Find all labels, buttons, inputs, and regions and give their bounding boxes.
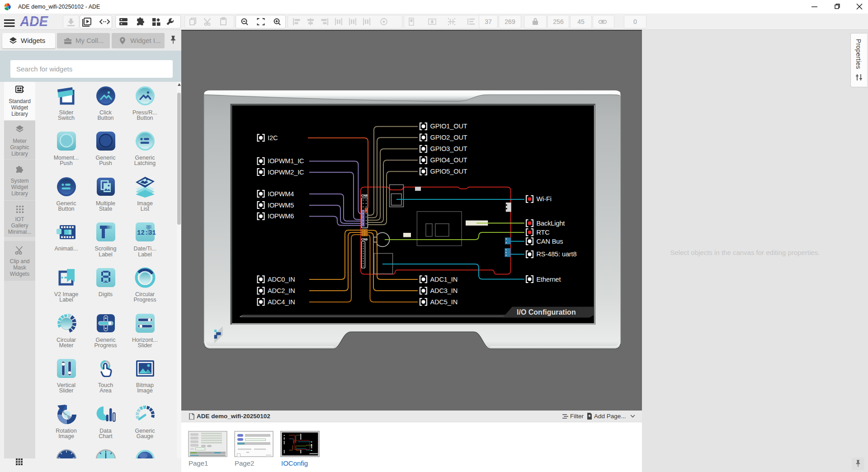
svg-text:I2C: I2C: [268, 134, 278, 142]
svg-text:ADC4_IN: ADC4_IN: [268, 298, 295, 306]
svg-text:IOPWM5: IOPWM5: [268, 202, 294, 209]
svg-text:IOPWM2_IC: IOPWM2_IC: [268, 169, 304, 176]
svg-text:ADC3_IN: ADC3_IN: [430, 287, 458, 294]
svg-text:CAN Bus: CAN Bus: [537, 238, 563, 245]
svg-text:I/O Configuration: I/O Configuration: [517, 308, 576, 316]
svg-text:IOPWM4: IOPWM4: [268, 190, 294, 198]
svg-text:RTC: RTC: [537, 229, 550, 236]
svg-text:GPIO2_OUT: GPIO2_OUT: [430, 134, 467, 141]
svg-text:GPIO3_OUT: GPIO3_OUT: [430, 145, 467, 152]
svg-text:GPIO1_OUT: GPIO1_OUT: [430, 123, 467, 130]
svg-text:IOPWM1_IC: IOPWM1_IC: [268, 157, 304, 165]
svg-text:IOPWM6: IOPWM6: [268, 212, 294, 220]
svg-text:RS-485: uart8: RS-485: uart8: [537, 251, 577, 258]
svg-text:BackLight: BackLight: [537, 220, 565, 227]
svg-text:CN8: CN8: [361, 194, 368, 197]
svg-text:CN9: CN9: [361, 238, 368, 241]
svg-text:GPIO5_OUT: GPIO5_OUT: [430, 168, 467, 175]
svg-text:12:31: 12:31: [137, 229, 156, 236]
svg-text:ADC2_IN: ADC2_IN: [268, 287, 295, 294]
svg-text:GPIO4_OUT: GPIO4_OUT: [430, 156, 467, 164]
svg-text:ADC5_IN: ADC5_IN: [430, 298, 458, 306]
svg-text:Wi-Fi: Wi-Fi: [537, 195, 552, 203]
svg-text:ADC0_IN: ADC0_IN: [268, 276, 295, 283]
svg-text:Ethernet: Ethernet: [537, 276, 561, 283]
svg-text:ADC1_IN: ADC1_IN: [430, 276, 458, 283]
